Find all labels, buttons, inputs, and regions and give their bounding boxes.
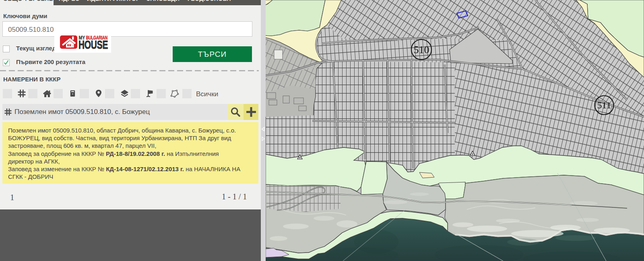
svg-text:511: 511 <box>597 100 611 110</box>
svg-text:HOUSE: HOUSE <box>78 38 108 51</box>
svg-text:510: 510 <box>414 44 429 56</box>
